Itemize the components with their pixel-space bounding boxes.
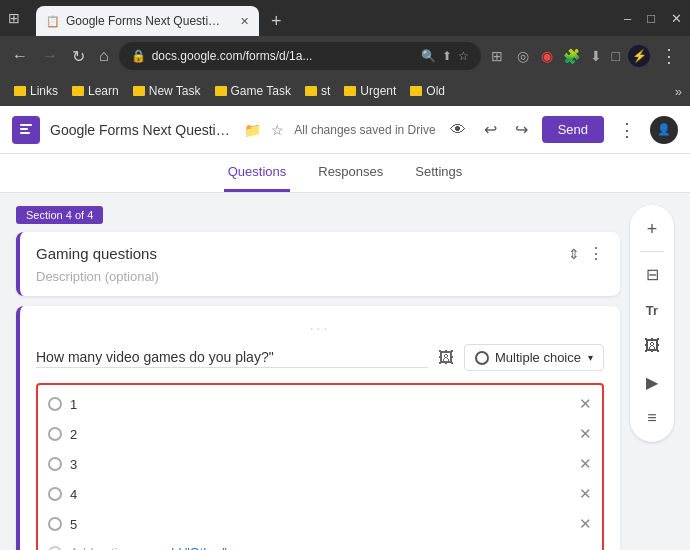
extensions-icon[interactable]: ⊞ xyxy=(487,48,507,64)
back-button[interactable]: ← xyxy=(8,43,32,69)
add-section-button[interactable]: ≡ xyxy=(636,402,668,434)
bookmark-label: Old xyxy=(426,84,445,98)
bookmark-urgent[interactable]: Urgent xyxy=(338,82,402,100)
add-other-link[interactable]: add "Other" xyxy=(160,545,227,550)
more-button[interactable]: ⋮ xyxy=(656,45,682,67)
bookmark-icon xyxy=(215,86,227,96)
maximize-button[interactable]: □ xyxy=(647,11,655,26)
section-description[interactable]: Description (optional) xyxy=(36,269,604,284)
tab-title: Google Forms Next Question Ba… xyxy=(66,14,226,28)
app-title: Google Forms Next Question Based or… xyxy=(50,122,234,138)
share-icon[interactable]: ⬆ xyxy=(442,49,452,63)
option-value: 3 xyxy=(70,457,571,472)
bookmark-label: Learn xyxy=(88,84,119,98)
extension3-icon[interactable]: □ xyxy=(610,48,622,64)
bookmark-icon xyxy=(133,86,145,96)
option-radio xyxy=(48,397,62,411)
url-text: docs.google.com/forms/d/1a... xyxy=(152,49,415,63)
bookmark-label: Links xyxy=(30,84,58,98)
option-radio xyxy=(48,457,62,471)
bookmark-old[interactable]: Old xyxy=(404,82,451,100)
option-row: 5 ✕ xyxy=(38,509,602,539)
option-radio xyxy=(48,517,62,531)
bookmark-label: st xyxy=(321,84,330,98)
bookmark-icon xyxy=(14,86,26,96)
option-radio xyxy=(48,487,62,501)
add-video-button[interactable]: ▶ xyxy=(636,366,668,398)
option-row: 2 ✕ xyxy=(38,419,602,449)
extension2-icon[interactable]: 🧩 xyxy=(561,48,582,64)
reload-button[interactable]: ↻ xyxy=(68,43,89,70)
redo-button[interactable]: ↪ xyxy=(511,116,532,143)
tab-close-button[interactable]: ✕ xyxy=(240,15,249,28)
bookmark-icon xyxy=(305,86,317,96)
new-tab-button[interactable]: + xyxy=(263,6,290,36)
star-icon[interactable]: ☆ xyxy=(271,122,284,138)
download-icon[interactable]: ⬇ xyxy=(588,48,604,64)
right-toolbar: + ⊟ Tr 🖼 ▶ ≡ xyxy=(630,205,674,442)
bookmark-new-task[interactable]: New Task xyxy=(127,82,207,100)
more-options-button[interactable]: ⋮ xyxy=(614,115,640,145)
add-title-button[interactable]: Tr xyxy=(636,294,668,326)
star-icon[interactable]: ☆ xyxy=(458,49,469,63)
option-delete-button[interactable]: ✕ xyxy=(579,455,592,473)
bookmark-label: Urgent xyxy=(360,84,396,98)
bookmark-label: Game Task xyxy=(231,84,291,98)
tab-favicon: 📋 xyxy=(46,15,60,28)
forms-icon xyxy=(18,122,34,138)
section-more-button[interactable]: ⋮ xyxy=(588,244,604,263)
status-text: All changes saved in Drive xyxy=(294,123,435,137)
radio-dot xyxy=(475,351,489,365)
question-text-input[interactable] xyxy=(36,347,428,368)
option-delete-button[interactable]: ✕ xyxy=(579,485,592,503)
option-value: 1 xyxy=(70,397,571,412)
home-button[interactable]: ⌂ xyxy=(95,43,113,69)
bookmark-learn[interactable]: Learn xyxy=(66,82,125,100)
app-icon xyxy=(12,116,40,144)
address-bar[interactable]: 🔒 docs.google.com/forms/d/1a... 🔍 ⬆ ☆ xyxy=(119,42,481,70)
add-question-button[interactable]: + xyxy=(636,213,668,245)
profile-icon[interactable]: ◎ xyxy=(513,48,533,64)
extension1-icon[interactable]: ◉ xyxy=(539,48,555,64)
forward-button[interactable]: → xyxy=(38,43,62,69)
add-image-toolbar-button[interactable]: 🖼 xyxy=(636,330,668,362)
option-row: 3 ✕ xyxy=(38,449,602,479)
bookmark-game-task[interactable]: Game Task xyxy=(209,82,297,100)
option-delete-button[interactable]: ✕ xyxy=(579,425,592,443)
preview-button[interactable]: 👁 xyxy=(446,117,470,143)
option-delete-button[interactable]: ✕ xyxy=(579,395,592,413)
extension4-icon[interactable]: ⚡ xyxy=(628,45,650,67)
send-button[interactable]: Send xyxy=(542,116,604,143)
section-badge: Section 4 of 4 xyxy=(16,206,103,224)
active-tab[interactable]: 📋 Google Forms Next Question Ba… ✕ xyxy=(36,6,259,36)
add-option-text[interactable]: Add option xyxy=(70,545,132,550)
tab-settings[interactable]: Settings xyxy=(411,154,466,192)
avatar[interactable]: 👤 xyxy=(650,116,678,144)
tab-questions[interactable]: Questions xyxy=(224,154,291,192)
bookmarks-more-button[interactable]: » xyxy=(675,84,682,99)
option-row: 1 ✕ xyxy=(38,389,602,419)
option-value: 5 xyxy=(70,517,571,532)
add-option-row: Add option or add "Other" xyxy=(38,539,602,550)
option-radio xyxy=(48,427,62,441)
bookmark-label: New Task xyxy=(149,84,201,98)
section-collapse-button[interactable]: ⇕ xyxy=(568,244,580,263)
import-question-button[interactable]: ⊟ xyxy=(636,258,668,290)
question-type-selector[interactable]: Multiple choice ▾ xyxy=(464,344,604,371)
bookmark-st[interactable]: st xyxy=(299,82,336,100)
svg-rect-2 xyxy=(20,132,30,134)
option-delete-button[interactable]: ✕ xyxy=(579,515,592,533)
option-row: 4 ✕ xyxy=(38,479,602,509)
drag-handle[interactable]: ··· xyxy=(36,320,604,336)
question-type-label: Multiple choice xyxy=(495,350,582,365)
add-image-button[interactable]: 🖼 xyxy=(438,349,454,367)
search-icon[interactable]: 🔍 xyxy=(421,49,436,63)
folder-icon[interactable]: 📁 xyxy=(244,122,261,138)
svg-rect-0 xyxy=(20,124,32,126)
browser-menu-icon[interactable]: ⊞ xyxy=(8,10,20,26)
minimize-button[interactable]: – xyxy=(624,11,631,26)
bookmark-links[interactable]: Links xyxy=(8,82,64,100)
tab-responses[interactable]: Responses xyxy=(314,154,387,192)
close-button[interactable]: ✕ xyxy=(671,11,682,26)
undo-button[interactable]: ↩ xyxy=(480,116,501,143)
